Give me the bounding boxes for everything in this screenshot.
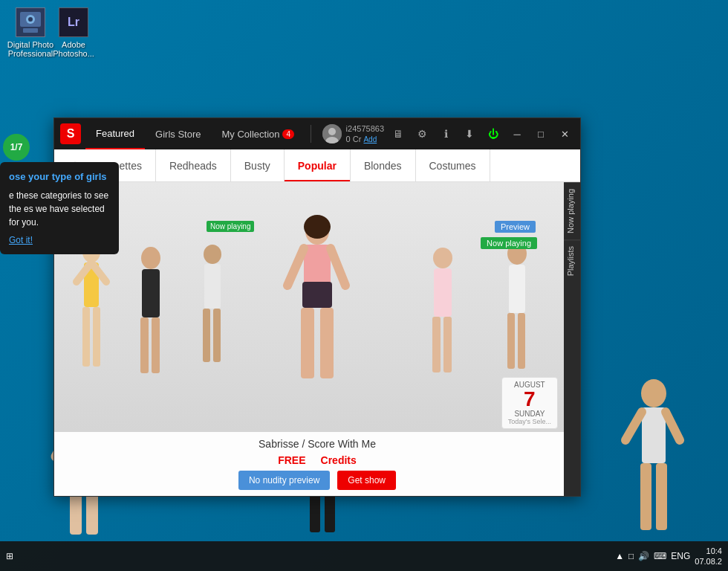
category-tabs: Brunettes Redheads Busty Popular Blondes… [84,149,580,181]
close-button[interactable]: ✕ [555,124,574,143]
chevron-up-icon[interactable]: ▲ [615,551,624,561]
step-badge: 1/7 [3,134,30,161]
svg-rect-21 [213,309,221,362]
svg-point-14 [141,247,160,269]
svg-rect-20 [203,309,210,362]
action-row: No nudity preview Get show [238,471,396,490]
digital-photo-icon [16,7,45,37]
svg-point-44 [641,379,666,407]
category-bar: ❯ Brunettes Redheads Busty Popular Blond… [54,149,580,182]
adobe-lr-label: Adobe Photosho... [47,40,100,58]
taskbar-time: 10:4 07.08.2 [695,546,722,567]
tooltip-title: ose your type of girls [9,170,110,184]
main-content: Preview Now playing Now playing AUGUST 7… [54,182,580,496]
no-nudity-btn[interactable]: No nudity preview [238,471,330,490]
collection-badge: 4 [282,129,294,139]
svg-rect-53 [325,491,335,532]
bottom-bar: Sabrisse / Score With Me FREE Credits No… [54,432,580,496]
cat-redheads[interactable]: Redheads [156,149,231,181]
tooltip-box: ose your type of girls e these categorie… [0,162,119,254]
got-it-button[interactable]: Got it! [9,233,110,247]
calendar-weekday: SUNDAY [508,410,551,418]
settings-icon-btn[interactable]: ⚙ [412,124,432,143]
svg-line-29 [331,248,345,286]
calendar-widget: AUGUST 7 SUNDAY Today's Sele... [501,377,558,429]
svg-rect-37 [518,313,525,369]
title-bar: S Featured Girls Store My Collection 4 [54,118,580,149]
start-button[interactable]: ⊞ [6,551,13,561]
cat-costumes[interactable]: Costumes [416,149,490,181]
app-window: S Featured Girls Store My Collection 4 [53,117,581,497]
volume-icon[interactable]: 🔊 [638,551,649,561]
cat-popular[interactable]: Popular [285,149,351,181]
svg-rect-17 [152,317,160,373]
power-icon-btn[interactable]: ⏻ [484,124,503,143]
svg-point-23 [304,215,331,239]
adobe-lr-icon: Lr [59,7,88,37]
pricing-row: FREE Credits [278,454,357,466]
model-center [258,215,377,430]
download-icon-btn[interactable]: ⬇ [460,124,479,143]
monitor-icon-btn[interactable]: 🖥 [389,124,408,143]
svg-rect-46 [640,463,651,530]
preview-badge[interactable]: Preview [495,221,536,233]
svg-rect-31 [434,268,452,317]
maximize-button[interactable]: □ [531,124,550,143]
svg-rect-36 [507,313,515,369]
desktop-icon-adobe-lr[interactable]: Lr Adobe Photosho... [47,7,100,58]
svg-line-49 [666,412,680,440]
cat-busty[interactable]: Busty [231,149,285,181]
svg-point-3 [28,17,33,22]
svg-rect-52 [310,491,320,532]
taskbar-window-icon[interactable]: □ [628,551,634,561]
now-playing-badge[interactable]: Now playing [481,237,537,249]
divider [311,125,311,143]
svg-rect-19 [204,264,221,309]
lang-label[interactable]: ENG [671,551,690,561]
svg-rect-4 [23,28,38,33]
keyboard-icon[interactable]: ⌨ [654,551,666,561]
svg-rect-16 [140,317,149,373]
svg-point-18 [204,245,221,264]
svg-rect-10 [82,307,90,367]
svg-line-28 [287,248,304,286]
side-tab-playlists[interactable]: Playlists [564,239,580,282]
side-tab-now-playing[interactable]: Now playing [564,182,580,239]
tab-girls-store[interactable]: Girls Store [145,118,211,149]
svg-rect-45 [642,407,666,463]
models-area: Preview Now playing Now playing AUGUST 7… [54,182,580,496]
model-name: Sabrisse / Score With Me [259,438,376,450]
svg-line-48 [625,412,642,440]
taskbar-right: ▲ □ 🔊 ⌨ ENG 10:4 07.08.2 [615,546,722,567]
get-show-btn[interactable]: Get show [337,471,396,490]
tooltip-body: e these categories to see the es we have… [9,189,110,229]
svg-rect-27 [320,308,334,378]
add-credits-link[interactable]: Add [363,135,377,143]
svg-point-6 [328,128,336,135]
outside-model-right [609,375,698,541]
svg-rect-15 [142,269,160,317]
taskbar: ⊞ ▲ □ 🔊 ⌨ ENG 10:4 07.08.2 [0,541,728,571]
svg-rect-32 [432,317,441,372]
svg-rect-47 [656,463,667,530]
calendar-day: 7 [508,389,551,410]
title-bar-right: i24575863 0 Cr Add 🖥 ⚙ ℹ ⬇ ⏻ ─ □ ✕ [322,123,574,145]
user-info: i24575863 0 Cr Add [346,123,384,145]
model-group-left [54,230,262,430]
tab-my-collection[interactable]: My Collection 4 [211,118,305,149]
minimize-button[interactable]: ─ [507,124,527,143]
svg-rect-11 [93,307,100,367]
svg-rect-33 [443,317,452,372]
svg-rect-25 [302,282,332,308]
side-tabs: Now playing Playlists [564,182,580,496]
now-playing-badge-2[interactable]: Now playing [207,221,254,232]
avatar [322,124,342,143]
calendar-subtitle: Today's Sele... [508,418,551,425]
cat-blondes[interactable]: Blondes [351,149,416,181]
svg-rect-26 [301,308,314,378]
svg-rect-35 [509,265,525,313]
info-icon-btn[interactable]: ℹ [436,124,455,143]
price-credits: Credits [321,454,357,466]
desktop: Digital Photo Professional Lr Adobe Phot… [0,0,728,571]
tooltip-overlay: 1/7 ose your type of girls e these categ… [0,140,119,254]
